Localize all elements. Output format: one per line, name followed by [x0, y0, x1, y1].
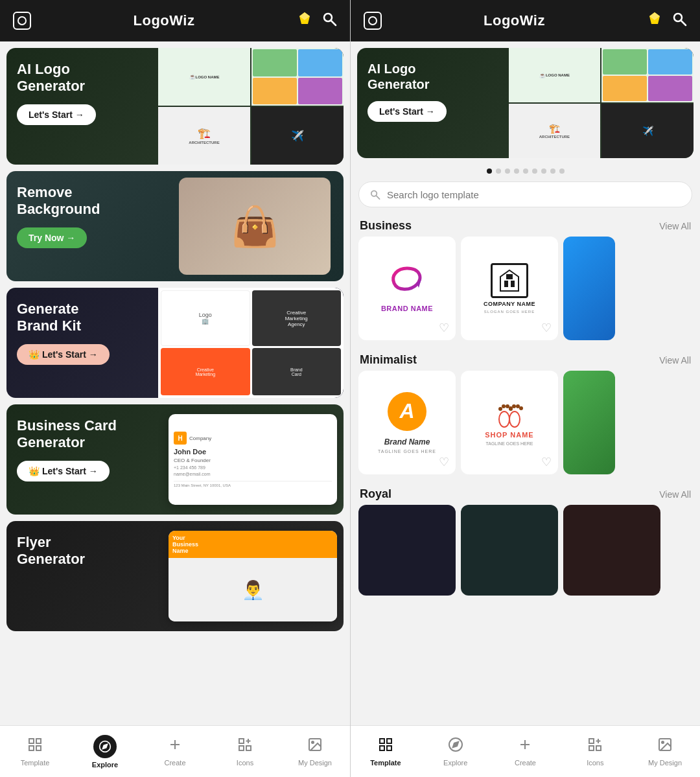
flyer-banner[interactable]: FlyerGenerator YourBusinessName 👨‍💼 — [6, 521, 344, 631]
explore-circle — [93, 735, 117, 758]
royal-card-1[interactable] — [358, 505, 456, 596]
dot-4[interactable] — [514, 168, 519, 174]
right-nav-explore[interactable]: Explore — [421, 726, 491, 777]
business-view-all[interactable]: View All — [659, 221, 691, 231]
search-bar[interactable] — [358, 181, 692, 207]
nav-template[interactable]: Template — [0, 726, 70, 777]
dot-2[interactable] — [496, 168, 501, 174]
logo-card-biz2[interactable]: COMPANY NAME SLOGAN GOES HERE ♡ — [461, 237, 558, 340]
ai-logo-banner[interactable]: AI LogoGenerator Let's Start → ☕LOGO NAM… — [6, 48, 344, 165]
ai-logo-text: AI LogoGenerator Let's Start → — [17, 61, 333, 125]
dot-3[interactable] — [505, 168, 510, 174]
bizcard-banner[interactable]: Business CardGenerator 👑 Let's Start → H… — [6, 404, 344, 515]
svg-rect-12 — [239, 739, 244, 743]
royal-view-all[interactable]: View All — [659, 489, 691, 500]
right-plus-icon — [517, 737, 533, 756]
right-search-icon[interactable] — [671, 11, 687, 30]
ai-logo-title: AI LogoGenerator — [17, 61, 333, 95]
dot-8[interactable] — [550, 168, 555, 174]
min1-heart[interactable]: ♡ — [439, 455, 449, 469]
svg-rect-28 — [511, 281, 515, 287]
nav-create[interactable]: Create — [140, 726, 210, 777]
right-nav-mydesign-label: My Design — [648, 759, 682, 767]
dot-1[interactable] — [487, 168, 492, 174]
dot-7[interactable] — [541, 168, 546, 174]
svg-point-39 — [519, 406, 523, 410]
plus-icon — [167, 737, 183, 756]
min2-heart[interactable]: ♡ — [541, 455, 552, 469]
royal-card-3[interactable] — [563, 505, 660, 596]
logo-card-min2[interactable]: SHOP NAME TAGLINE GOES HERE ♡ — [461, 371, 558, 474]
ai-logo-btn[interactable]: Let's Start → — [17, 104, 96, 125]
business-section-header: Business View All — [351, 213, 700, 237]
svg-rect-42 — [380, 746, 384, 750]
nav-template-label: Template — [21, 759, 50, 767]
brand-kit-text: GenerateBrand Kit 👑 Let's Start → — [17, 301, 333, 365]
svg-line-3 — [331, 21, 336, 25]
svg-rect-27 — [504, 281, 508, 287]
logo-card-min3[interactable] — [563, 371, 615, 474]
right-nav-create-label: Create — [515, 759, 536, 767]
bizcard-title: Business CardGenerator — [17, 417, 333, 452]
business-logo-grid: BRAND NAME ♡ — [351, 237, 700, 347]
search-icon[interactable] — [321, 11, 337, 30]
royal-logo-grid — [351, 505, 700, 602]
biz2-company-name: COMPANY NAME — [484, 301, 535, 307]
right-settings-icon[interactable] — [364, 12, 382, 30]
nav-explore-label: Explore — [92, 761, 118, 769]
remove-bg-text: RemoveBackground Try Now → — [17, 184, 333, 248]
dot-6[interactable] — [532, 168, 537, 174]
brand-kit-btn[interactable]: 👑 Let's Start → — [17, 344, 110, 365]
flyer-text: FlyerGenerator — [17, 534, 333, 577]
bizcard-btn[interactable]: 👑 Let's Start → — [17, 461, 110, 481]
right-header-icons — [647, 11, 687, 30]
brand-kit-banner[interactable]: GenerateBrand Kit 👑 Let's Start → Logo🏢 … — [6, 288, 344, 398]
remove-bg-btn[interactable]: Try Now → — [17, 227, 87, 248]
right-ai-logo-banner[interactable]: AI LogoGenerator Let's Start → ☕LOGO NAM… — [357, 48, 694, 158]
right-nav-mydesign[interactable]: My Design — [630, 726, 700, 777]
search-input[interactable] — [387, 189, 681, 200]
svg-rect-6 — [29, 746, 34, 750]
logo-card-biz1[interactable]: BRAND NAME ♡ — [358, 237, 456, 340]
right-gem-icon[interactable] — [647, 11, 662, 30]
minimalist-view-all[interactable]: View All — [659, 355, 691, 365]
right-app-title: LogoWiz — [484, 12, 545, 29]
biz2-slogan: SLOGAN GOES HERE — [484, 310, 535, 314]
right-nav-template[interactable]: Template — [351, 726, 421, 777]
right-nav-create[interactable]: Create — [491, 726, 561, 777]
royal-card-2[interactable] — [461, 505, 558, 596]
svg-rect-51 — [589, 746, 594, 750]
right-ai-logo-text: AI LogoGenerator Let's Start → — [368, 61, 683, 122]
remove-bg-banner[interactable]: RemoveBackground Try Now → 👜 — [6, 171, 344, 281]
biz2-heart[interactable]: ♡ — [541, 321, 552, 335]
left-bottom-nav: Template Explore Create Icons — [0, 725, 350, 777]
settings-icon[interactable] — [13, 12, 31, 30]
svg-line-24 — [377, 196, 380, 199]
svg-rect-40 — [380, 739, 384, 743]
right-image-icon — [657, 737, 673, 756]
min2-content: SHOP NAME TAGLINE GOES HERE — [485, 400, 533, 446]
nav-icons-label: Icons — [237, 759, 253, 767]
nav-explore[interactable]: Explore — [70, 726, 140, 777]
min2-tagline: TAGLINE GOES HERE — [485, 441, 533, 446]
biz1-brand-name: BRAND NAME — [381, 305, 433, 312]
svg-marker-45 — [452, 741, 458, 747]
nav-mydesign[interactable]: My Design — [280, 726, 350, 777]
dot-9[interactable] — [559, 168, 565, 174]
right-ai-logo-btn[interactable]: Let's Start → — [368, 101, 447, 122]
gem-icon[interactable] — [297, 11, 312, 30]
nav-icons[interactable]: Icons — [210, 726, 280, 777]
svg-rect-7 — [36, 746, 41, 750]
biz1-heart[interactable]: ♡ — [439, 321, 449, 335]
right-nav-icons[interactable]: Icons — [560, 726, 630, 777]
svg-point-30 — [499, 412, 509, 427]
logo-card-biz3[interactable] — [563, 237, 615, 340]
min1-brand-name: Brand Name — [384, 437, 430, 446]
icons-icon — [237, 737, 253, 756]
search-bar-icon — [369, 189, 380, 200]
royal-title: Royal — [360, 487, 391, 501]
logo-card-min1[interactable]: A Brand Name TAGLINE GOES HERE ♡ — [358, 371, 456, 474]
minimalist-section-header: Minimalist View All — [351, 347, 700, 371]
dot-5[interactable] — [523, 168, 528, 174]
svg-rect-52 — [596, 746, 601, 750]
